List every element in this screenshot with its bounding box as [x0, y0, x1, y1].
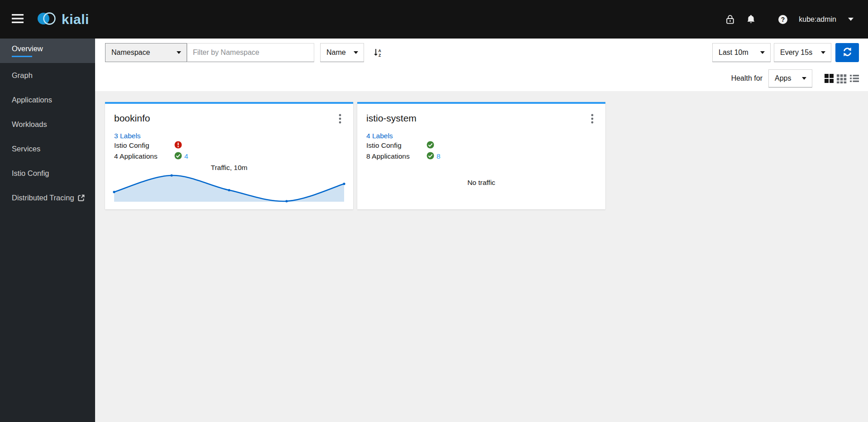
health-type-select[interactable]: Apps	[768, 69, 812, 87]
refresh-interval-label: Every 15s	[780, 49, 812, 57]
namespace-filter-input[interactable]	[187, 43, 314, 62]
caret-down-icon	[848, 18, 854, 21]
time-controls: Last 10m Every 15s	[712, 43, 859, 62]
filter-toolbar: Namespace Name A Z Last	[105, 43, 859, 62]
health-for-label: Health for	[731, 74, 762, 82]
success-icon[interactable]	[427, 141, 434, 150]
traffic-chart: Traffic, 10m	[114, 162, 344, 203]
sidebar-item-label: Istio Config	[12, 169, 95, 178]
sidebar-item-distributed-tracing[interactable]: Distributed Tracing	[0, 185, 95, 210]
kiali-brand: kiali	[37, 11, 89, 28]
sort-alpha-down-icon[interactable]: A Z	[374, 43, 382, 62]
sync-icon	[843, 47, 852, 58]
sidebar-item-label: Applications	[12, 96, 95, 104]
card-title: bookinfo	[114, 113, 150, 124]
istio-config-label: Istio Config	[366, 141, 427, 150]
bell-icon[interactable]	[747, 15, 755, 24]
caret-down-icon	[354, 51, 358, 54]
sort-field-label: Name	[326, 49, 346, 57]
svg-text:A: A	[378, 49, 381, 53]
main-content: Namespace Name A Z Last	[95, 39, 868, 422]
card-title: istio-system	[366, 113, 417, 124]
applications-label: 4 Applications	[114, 152, 174, 160]
caret-down-icon	[802, 77, 806, 80]
lock-icon[interactable]	[726, 15, 734, 24]
user-menu[interactable]: kube:admin	[799, 15, 854, 24]
labels-link[interactable]: 4 Labels	[366, 132, 393, 140]
traffic-sparkline[interactable]	[114, 174, 344, 203]
kebab-menu-icon[interactable]	[336, 113, 344, 126]
nav-toggle-button[interactable]	[12, 14, 24, 24]
sidebar-item-services[interactable]: Services	[0, 136, 95, 161]
namespace-card-istio-system: istio-system 4 Labels Istio Config	[357, 102, 605, 209]
traffic-chart-title: Traffic, 10m	[114, 164, 344, 172]
external-link-icon	[77, 194, 85, 202]
sidebar-item-graph[interactable]: Graph	[0, 63, 95, 87]
namespace-card-bookinfo: bookinfo 3 Labels Istio Config	[105, 102, 353, 209]
active-indicator	[12, 56, 32, 57]
username: kube:admin	[799, 15, 836, 24]
sidebar-item-label: Graph	[12, 71, 95, 80]
view-compact-icon[interactable]	[825, 74, 834, 83]
success-icon	[174, 152, 182, 161]
sidebar-item-label: Workloads	[12, 120, 95, 129]
sidebar-item-label: Distributed Tracing	[12, 194, 74, 202]
sidebar: Overview Graph Applications Workloads Se…	[0, 39, 95, 422]
health-type-label: Apps	[775, 74, 791, 82]
istio-config-row: Istio Config	[366, 140, 596, 151]
kiali-logo-icon	[37, 11, 58, 28]
masthead-actions: ? kube:admin	[726, 15, 854, 24]
caret-down-icon	[760, 51, 765, 54]
duration-select[interactable]: Last 10m	[712, 43, 771, 62]
toolbar: Namespace Name A Z Last	[95, 39, 868, 91]
caret-down-icon	[177, 51, 181, 54]
masthead: kiali ?	[0, 0, 868, 39]
applications-count-link[interactable]: 8	[436, 152, 441, 160]
view-dense-icon[interactable]	[837, 73, 847, 83]
brand-text: kiali	[62, 12, 89, 27]
no-traffic-text: No traffic	[366, 162, 596, 203]
health-toolbar: Health for Apps	[105, 69, 859, 87]
sidebar-item-overview[interactable]: Overview	[0, 39, 95, 63]
namespace-cards: bookinfo 3 Labels Istio Config	[95, 91, 868, 209]
sidebar-item-applications[interactable]: Applications	[0, 87, 95, 112]
view-list-icon[interactable]	[850, 74, 859, 82]
applications-row: 8 Applications 8	[366, 151, 596, 162]
view-mode-switcher	[821, 73, 859, 83]
sidebar-item-istio-config[interactable]: Istio Config	[0, 161, 95, 185]
kiali-app: kiali ?	[0, 0, 868, 422]
caret-down-icon	[821, 51, 825, 54]
filter-type-label: Namespace	[111, 49, 150, 57]
applications-label: 8 Applications	[366, 152, 427, 160]
labels-link[interactable]: 3 Labels	[114, 132, 141, 140]
applications-row: 4 Applications 4	[114, 151, 344, 162]
svg-text:Z: Z	[379, 53, 381, 58]
applications-count-link[interactable]: 4	[184, 152, 188, 160]
success-icon	[427, 152, 434, 161]
sidebar-item-label: Services	[12, 145, 95, 153]
refresh-interval-select[interactable]: Every 15s	[774, 43, 831, 62]
duration-label: Last 10m	[719, 49, 748, 57]
kebab-menu-icon[interactable]	[588, 113, 596, 126]
svg-text:?: ?	[781, 16, 785, 23]
sidebar-item-label: Overview	[12, 44, 95, 53]
sidebar-item-workloads[interactable]: Workloads	[0, 112, 95, 136]
filter-type-select[interactable]: Namespace	[105, 43, 187, 62]
hamburger-icon	[12, 14, 24, 24]
error-icon[interactable]	[174, 141, 182, 150]
refresh-button[interactable]	[835, 43, 859, 62]
istio-config-row: Istio Config	[114, 140, 344, 151]
help-icon[interactable]: ?	[778, 15, 788, 24]
sort-field-select[interactable]: Name	[320, 43, 364, 62]
istio-config-label: Istio Config	[114, 141, 174, 150]
